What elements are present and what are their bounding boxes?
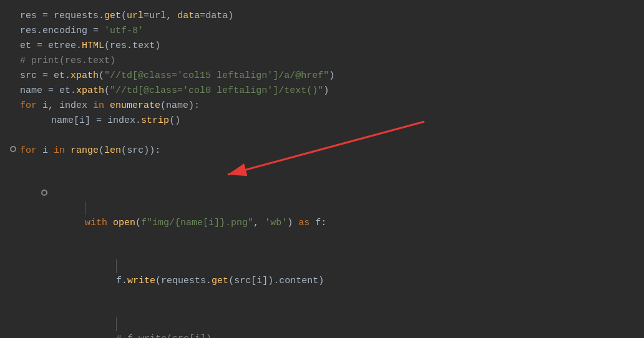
code-line-12: f.write(requests.get(src[i]).content) <box>11 245 633 303</box>
code-line-11: with open(f"img/{name[i]}.png", 'wb') as… <box>11 187 633 245</box>
code-line-13: # f.write(src[i]) <box>11 303 633 338</box>
code-line-6: name = et.xpath("//td[@class='col0 lefta… <box>11 84 633 99</box>
code-line-1: res = requests.get(url=url, data=data) <box>11 9 633 24</box>
code-line-3: et = etree.HTML(res.text) <box>11 39 633 54</box>
code-line-5: src = et.xpath("//td[@class='col15 lefta… <box>11 69 633 84</box>
code-line-empty <box>11 128 633 143</box>
code-line-10: for i in range(len(src)): <box>11 143 633 187</box>
code-line-7: for i, index in enumerate(name): <box>11 99 633 113</box>
code-editor: res = requests.get(url=url, data=data) r… <box>0 0 644 338</box>
code-line-8: name[i] = index.strip() <box>11 113 633 128</box>
code-line-2: res.encoding = 'utf-8' <box>11 24 633 39</box>
code-line-4: # print(res.text) <box>11 54 633 69</box>
